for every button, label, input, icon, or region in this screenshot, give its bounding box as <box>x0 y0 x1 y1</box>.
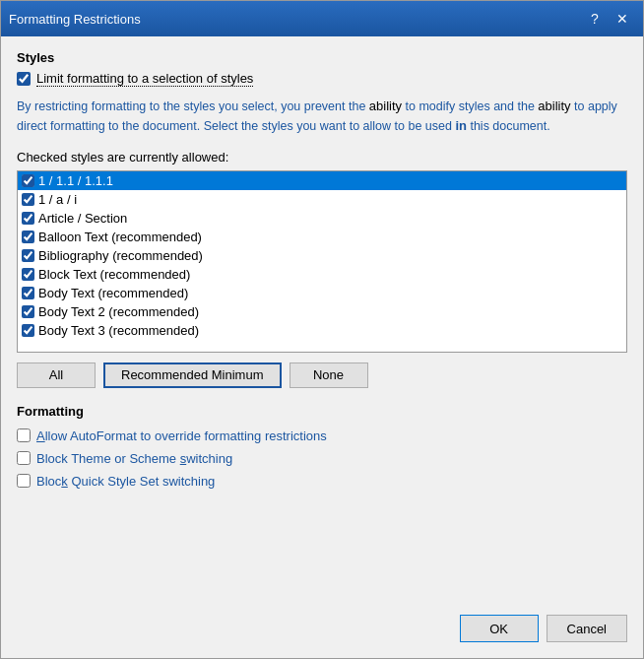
style-item-checkbox[interactable] <box>22 231 34 243</box>
style-item[interactable]: 1 / 1.1 / 1.1.1 <box>18 171 626 190</box>
block-quickstyle-label: Block Quick Style Set switching <box>36 474 215 489</box>
all-button[interactable]: All <box>17 362 96 388</box>
style-item-checkbox[interactable] <box>22 287 34 299</box>
style-item[interactable]: Balloon Text (recommended) <box>18 228 626 246</box>
block-theme-checkbox[interactable] <box>17 451 31 465</box>
block-quickstyle-checkbox[interactable] <box>17 474 31 488</box>
styles-section: Styles Limit formatting to a selection o… <box>17 50 627 404</box>
formatting-section: Formatting Allow AutoFormat to override … <box>17 404 627 496</box>
style-item[interactable]: Body Text 2 (recommended) <box>18 302 626 321</box>
style-item-label: 1 / 1.1 / 1.1.1 <box>38 173 113 188</box>
style-item-label: Block Text (recommended) <box>38 267 190 282</box>
close-button[interactable]: ✕ <box>610 7 635 31</box>
style-item-label: Balloon Text (recommended) <box>38 230 202 244</box>
formatting-section-label: Formatting <box>17 404 627 419</box>
limit-formatting-checkbox[interactable] <box>17 72 31 86</box>
style-item[interactable]: Body Text (recommended) <box>18 284 626 302</box>
cancel-button[interactable]: Cancel <box>547 615 627 642</box>
styles-list: 1 / 1.1 / 1.1.11 / a / iArticle / Sectio… <box>18 171 626 340</box>
ok-button[interactable]: OK <box>460 615 539 642</box>
style-item-checkbox[interactable] <box>22 324 34 337</box>
style-item[interactable]: Article / Section <box>18 209 626 228</box>
block-theme-label: Block Theme or Scheme switching <box>36 451 232 466</box>
style-item-checkbox[interactable] <box>22 268 34 281</box>
style-item-checkbox[interactable] <box>22 193 34 206</box>
autoformat-checkbox[interactable] <box>17 428 31 442</box>
style-item-label: 1 / a / i <box>38 192 77 207</box>
dialog-footer: OK Cancel <box>1 607 643 658</box>
help-button[interactable]: ? <box>582 7 608 31</box>
style-buttons-row: All Recommended Minimum None <box>17 362 627 388</box>
limit-formatting-row: Limit formatting to a selection of style… <box>17 71 627 87</box>
formatting-restrictions-dialog: Formatting Restrictions ? ✕ Styles Limit… <box>0 0 644 659</box>
style-item-label: Body Text 2 (recommended) <box>38 304 199 319</box>
style-item-label: Body Text 3 (recommended) <box>38 323 199 338</box>
dialog-title: Formatting Restrictions <box>9 12 582 27</box>
styles-section-label: Styles <box>17 50 627 65</box>
style-item-checkbox[interactable] <box>22 249 34 262</box>
recommended-minimum-button[interactable]: Recommended Minimum <box>103 362 282 388</box>
style-item[interactable]: Body Text 3 (recommended) <box>18 321 626 340</box>
style-item[interactable]: Bibliography (recommended) <box>18 246 626 265</box>
autoformat-row: Allow AutoFormat to override formatting … <box>17 428 627 443</box>
style-item-label: Article / Section <box>38 211 127 226</box>
style-item-checkbox[interactable] <box>22 305 34 318</box>
title-bar: Formatting Restrictions ? ✕ <box>1 1 643 36</box>
style-item-label: Body Text (recommended) <box>38 286 188 300</box>
block-theme-row: Block Theme or Scheme switching <box>17 451 627 466</box>
limit-formatting-label[interactable]: Limit formatting to a selection of style… <box>36 71 253 87</box>
dialog-body: Styles Limit formatting to a selection o… <box>1 36 643 607</box>
block-quickstyle-row: Block Quick Style Set switching <box>17 474 627 489</box>
style-item[interactable]: 1 / a / i <box>18 190 626 209</box>
autoformat-label: Allow AutoFormat to override formatting … <box>36 428 327 443</box>
style-item-checkbox[interactable] <box>22 212 34 225</box>
style-item[interactable]: Block Text (recommended) <box>18 265 626 284</box>
style-item-checkbox[interactable] <box>22 174 34 187</box>
style-item-label: Bibliography (recommended) <box>38 248 203 263</box>
styles-list-container[interactable]: 1 / 1.1 / 1.1.11 / a / iArticle / Sectio… <box>17 170 627 353</box>
none-button[interactable]: None <box>290 362 368 388</box>
title-bar-buttons: ? ✕ <box>582 7 635 31</box>
description-text: By restricting formatting to the styles … <box>17 97 627 136</box>
checked-styles-label: Checked styles are currently allowed: <box>17 150 627 165</box>
